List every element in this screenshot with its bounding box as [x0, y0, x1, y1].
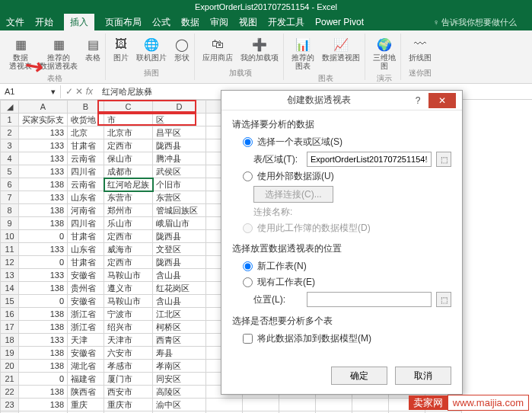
cell[interactable]: 厦门市: [104, 373, 153, 386]
cell[interactable]: 133: [19, 334, 68, 347]
row-header[interactable]: 16: [1, 308, 19, 321]
col-header[interactable]: D: [153, 101, 206, 114]
cell[interactable]: 六安市: [104, 347, 153, 360]
row-header[interactable]: 21: [1, 373, 19, 386]
cell[interactable]: 四川省: [68, 217, 104, 230]
cell[interactable]: 138: [19, 360, 68, 373]
cell[interactable]: 西青区: [153, 334, 206, 347]
cell[interactable]: 红花岗区: [153, 282, 206, 295]
cell[interactable]: 遵义市: [104, 282, 153, 295]
menu-layout[interactable]: 页面布局: [105, 16, 142, 29]
cell[interactable]: 133: [19, 139, 68, 152]
row-header[interactable]: 9: [1, 217, 19, 230]
row-header[interactable]: 22: [1, 386, 19, 399]
cell[interactable]: 浙江省: [68, 308, 104, 321]
cell[interactable]: 定西市: [104, 256, 153, 269]
cell[interactable]: 安徽省: [68, 347, 104, 360]
cell[interactable]: 市: [104, 114, 153, 126]
menu-review[interactable]: 审阅: [210, 16, 228, 29]
cell[interactable]: 寿县: [153, 347, 206, 360]
row-header[interactable]: 14: [1, 282, 19, 295]
cell[interactable]: 0: [19, 256, 68, 269]
pivot-chart-button[interactable]: 📈数据透视图: [320, 35, 362, 63]
shapes-button[interactable]: ◯形状: [173, 35, 191, 63]
table-button[interactable]: ▤表格: [84, 35, 102, 63]
cell[interactable]: 福建省: [68, 373, 104, 386]
cell[interactable]: 东营市: [104, 191, 153, 204]
cell[interactable]: 甘肃省: [68, 256, 104, 269]
checkbox-multi-table[interactable]: 将此数据添加到数据模型(M): [243, 332, 451, 345]
cell[interactable]: 0: [19, 230, 68, 243]
cell[interactable]: 山东省: [68, 191, 104, 204]
row-header[interactable]: 18: [1, 334, 19, 347]
rec-pivot-button[interactable]: ▦推荐的 数据透视表: [38, 35, 79, 72]
cancel-button[interactable]: 取消: [395, 367, 451, 385]
cell[interactable]: 东营区: [153, 191, 206, 204]
ok-button[interactable]: 确定: [331, 367, 387, 385]
cell[interactable]: 安徽省: [68, 295, 104, 308]
cell[interactable]: 安徽省: [68, 269, 104, 282]
menu-home[interactable]: 开始: [35, 16, 53, 29]
cell[interactable]: 天津: [68, 334, 104, 347]
cell[interactable]: 峨眉山市: [153, 217, 206, 230]
online-pic-button[interactable]: 🌐联机图片: [135, 35, 168, 63]
cell[interactable]: 区: [153, 114, 206, 126]
menu-view[interactable]: 视图: [239, 16, 257, 29]
cell[interactable]: 柯桥区: [153, 321, 206, 334]
cell[interactable]: 陇西县: [153, 139, 206, 152]
cell[interactable]: 定西市: [104, 139, 153, 152]
radio-existing-sheet[interactable]: 现有工作表(E): [243, 276, 451, 289]
cell[interactable]: 138: [19, 217, 68, 230]
cell[interactable]: 天津市: [104, 334, 153, 347]
row-header[interactable]: 5: [1, 165, 19, 178]
cell[interactable]: 甘肃省: [68, 230, 104, 243]
sparkline-button[interactable]: 〰折线图: [407, 35, 433, 63]
cell[interactable]: 138: [19, 399, 68, 411]
cell[interactable]: 138: [19, 347, 68, 360]
cell[interactable]: 定西市: [104, 230, 153, 243]
cell[interactable]: 重庆: [68, 399, 104, 411]
cell[interactable]: 收货地: [68, 114, 104, 126]
cell[interactable]: 高陵区: [153, 386, 206, 399]
cell[interactable]: 甘肃省: [68, 139, 104, 152]
cell[interactable]: 个旧市: [153, 178, 206, 191]
row-header[interactable]: 6: [1, 178, 19, 191]
cell[interactable]: 云南省: [68, 178, 104, 191]
cell[interactable]: 四川省: [68, 165, 104, 178]
cell[interactable]: 138: [19, 282, 68, 295]
cell[interactable]: 浙江省: [68, 321, 104, 334]
choose-conn-button[interactable]: 选择连接(C)...: [253, 186, 333, 203]
cell[interactable]: 陕西省: [68, 386, 104, 399]
location-input[interactable]: [307, 292, 432, 307]
row-header[interactable]: 3: [1, 139, 19, 152]
cell[interactable]: 马鞍山市: [104, 269, 153, 282]
menu-pp[interactable]: Power Pivot: [315, 17, 364, 27]
location-picker-icon[interactable]: ⬚: [436, 292, 451, 307]
row-header[interactable]: 13: [1, 269, 19, 282]
cell[interactable]: 贵州省: [68, 282, 104, 295]
row-header[interactable]: 1: [1, 114, 19, 126]
cell[interactable]: 威海市: [104, 243, 153, 256]
cell[interactable]: 渝中区: [153, 399, 206, 411]
col-header[interactable]: B: [68, 101, 104, 114]
menu-dev[interactable]: 开发工具: [268, 16, 304, 29]
row-header[interactable]: 17: [1, 321, 19, 334]
cell[interactable]: 133: [19, 191, 68, 204]
cell[interactable]: 郑州市: [104, 204, 153, 217]
cell[interactable]: 北京: [68, 126, 104, 139]
cell[interactable]: 文登区: [153, 243, 206, 256]
range-input[interactable]: [307, 152, 432, 167]
3d-map-button[interactable]: 🌍三维地 图: [371, 35, 397, 72]
cell[interactable]: 133: [19, 126, 68, 139]
cell[interactable]: 含山县: [153, 269, 206, 282]
cell[interactable]: 北京市: [104, 126, 153, 139]
row-header[interactable]: 8: [1, 204, 19, 217]
fx-icon[interactable]: ✓ ✕ fx: [61, 86, 97, 97]
cell[interactable]: 成都市: [104, 165, 153, 178]
row-header[interactable]: 2: [1, 126, 19, 139]
menu-insert[interactable]: 插入: [64, 14, 94, 31]
picture-button[interactable]: 🖼图片: [112, 35, 130, 63]
menu-data[interactable]: 数据: [181, 16, 199, 29]
rec-chart-button[interactable]: 📊推荐的 图表: [290, 35, 316, 72]
cell[interactable]: 0: [19, 373, 68, 386]
